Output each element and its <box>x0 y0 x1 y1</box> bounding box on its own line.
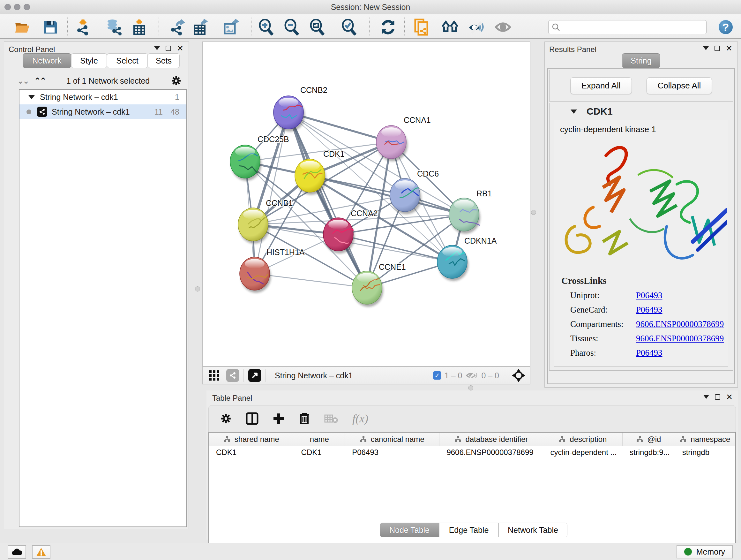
network-node-RB1[interactable]: RB1 <box>449 189 492 234</box>
tab-node-table[interactable]: Node Table <box>380 523 439 537</box>
refresh-button[interactable] <box>380 19 396 36</box>
column-header-canonical-name[interactable]: canonical name <box>345 433 440 446</box>
warnings-button[interactable] <box>32 545 51 559</box>
network-edge[interactable] <box>255 273 367 288</box>
column-header-shared-name[interactable]: shared name <box>209 433 294 446</box>
close-panel-icon[interactable]: ✕ <box>726 394 733 400</box>
column-header-namespace[interactable]: namespace <box>675 433 735 446</box>
network-node-CCNB2[interactable]: CCNB2 <box>273 85 327 132</box>
table-row[interactable]: CDK1CDK1P064939606.ENSP00000378699cyclin… <box>209 446 735 459</box>
close-panel-icon[interactable]: ✕ <box>177 45 184 51</box>
network-edge[interactable] <box>288 112 367 288</box>
column-header-description[interactable]: description <box>543 433 623 446</box>
hide-selected-button[interactable] <box>468 19 484 36</box>
expand-all-button[interactable]: Expand All <box>570 77 632 94</box>
show-all-button[interactable] <box>495 19 511 36</box>
memory-button[interactable]: Memory <box>677 545 733 558</box>
network-options-gear-icon[interactable] <box>171 75 182 86</box>
import-table-button[interactable] <box>131 19 147 36</box>
show-columns-icon[interactable] <box>246 412 259 425</box>
column-header-database-identifier[interactable]: database identifier <box>440 433 543 446</box>
network-node-CDKN1A[interactable]: CDKN1A <box>437 236 497 281</box>
open-file-button[interactable] <box>14 19 31 36</box>
crosslink-genecard-link[interactable]: P06493 <box>636 305 663 315</box>
import-network-from-database-button[interactable] <box>105 19 122 36</box>
table-cell[interactable]: cyclin-dependent ... <box>543 446 623 459</box>
zoom-out-icon <box>283 19 300 36</box>
help-button[interactable]: ? <box>718 19 733 35</box>
crosslink-compartments-link[interactable]: 9606.ENSP00000378699 <box>636 319 724 329</box>
table-cell[interactable]: stringdb <box>675 446 735 459</box>
export-network-button[interactable] <box>169 19 186 36</box>
table-cell[interactable]: P06493 <box>345 446 440 459</box>
crosslink-uniprot-link[interactable]: P06493 <box>636 291 663 300</box>
network-collection-row[interactable]: String Network – cdk1 1 <box>19 90 186 105</box>
network-canvas[interactable]: CCNB2CCNA1CDC25BCDK1CDC6RB1CCNB1CCNA2CDK… <box>202 42 530 367</box>
table-cell[interactable]: CDK1 <box>209 446 294 459</box>
network-node-HIST1H1A[interactable]: HIST1H1A <box>240 248 305 293</box>
table-cell[interactable]: stringdb:9... <box>623 446 675 459</box>
hidden-eye-icon[interactable] <box>465 371 478 380</box>
cloud-status-button[interactable] <box>8 545 26 559</box>
search-box[interactable] <box>548 20 706 34</box>
column-header-name[interactable]: name <box>294 433 345 446</box>
bottom-splitter-handle[interactable] <box>468 385 473 390</box>
detach-view-icon[interactable] <box>248 369 261 382</box>
tab-network-table[interactable]: Network Table <box>498 523 567 537</box>
network-view-mode-icon[interactable] <box>226 369 239 382</box>
search-input[interactable] <box>562 23 703 31</box>
float-panel-icon[interactable] <box>165 46 171 51</box>
table-options-gear-icon[interactable] <box>220 413 232 424</box>
selected-checkbox-icon[interactable]: ✓ <box>433 371 441 380</box>
network-row[interactable]: String Network – cdk1 11 48 <box>19 105 186 119</box>
first-neighbors-button[interactable] <box>442 19 458 36</box>
minimize-panel-icon[interactable] <box>154 46 160 50</box>
zoom-out-button[interactable] <box>283 19 300 36</box>
table-cell[interactable]: 9606.ENSP00000378699 <box>440 446 543 459</box>
minimize-panel-icon[interactable] <box>703 395 709 399</box>
birds-eye-view-icon[interactable] <box>512 368 526 382</box>
collapse-caret-icon[interactable] <box>28 95 35 99</box>
expand-all-networks-icon[interactable]: ⌃⌃ <box>34 76 46 86</box>
tab-string[interactable]: String <box>622 53 660 68</box>
import-network-button[interactable] <box>75 19 91 36</box>
duplicate-network-button[interactable] <box>414 19 430 36</box>
collapse-entry-caret-icon[interactable] <box>570 110 577 114</box>
grid-view-icon[interactable] <box>208 370 220 381</box>
toolbar-separator <box>158 17 159 36</box>
zoom-selected-button[interactable] <box>341 19 357 36</box>
hide-selected-icon <box>468 20 484 34</box>
delete-column-icon[interactable] <box>299 412 310 425</box>
save-session-button[interactable] <box>42 19 59 36</box>
network-graph[interactable]: CCNB2CCNA1CDC25BCDK1CDC6RB1CCNB1CCNA2CDK… <box>203 42 530 366</box>
tab-network[interactable]: Network <box>23 53 71 68</box>
crosslink-tissues-link[interactable]: 9606.ENSP00000378699 <box>636 334 724 344</box>
column-type-icon <box>559 436 566 443</box>
network-view-toolbar: String Network – cdk1 ✓ 1 – 0 0 – 0 <box>202 367 530 384</box>
collapse-all-networks-icon[interactable]: ⌄⌄ <box>17 76 28 86</box>
node-result-entry: CDK1 cyclin-dependent kinase 1 <box>549 103 733 371</box>
tab-sets[interactable]: Sets <box>148 53 180 68</box>
right-splitter-handle[interactable] <box>531 210 536 215</box>
network-node-CCNE1[interactable]: CCNE1 <box>352 262 406 307</box>
left-splitter-handle[interactable] <box>195 287 200 292</box>
zoom-in-button[interactable] <box>258 19 274 36</box>
export-image-button[interactable] <box>223 19 239 36</box>
close-panel-icon[interactable]: ✕ <box>726 45 732 51</box>
network-node-CDC25B[interactable]: CDC25B <box>230 135 289 181</box>
add-column-icon[interactable] <box>273 413 285 425</box>
column-header--id[interactable]: @id <box>623 433 675 446</box>
crosslinks-title: CrossLinks <box>561 275 728 286</box>
tab-select[interactable]: Select <box>107 53 148 68</box>
table-cell[interactable]: CDK1 <box>294 446 345 459</box>
collapse-all-button[interactable]: Collapse All <box>647 77 712 94</box>
float-panel-icon[interactable] <box>715 394 720 400</box>
minimize-panel-icon[interactable] <box>703 46 709 50</box>
zoom-fit-button[interactable] <box>309 19 326 36</box>
crosslink-pharos-link[interactable]: P06493 <box>636 348 663 358</box>
float-panel-icon[interactable] <box>715 46 720 51</box>
network-node-CCNA1[interactable]: CCNA1 <box>376 116 431 161</box>
tab-edge-table[interactable]: Edge Table <box>439 523 498 537</box>
tab-style[interactable]: Style <box>71 53 107 68</box>
export-table-button[interactable] <box>193 19 209 36</box>
